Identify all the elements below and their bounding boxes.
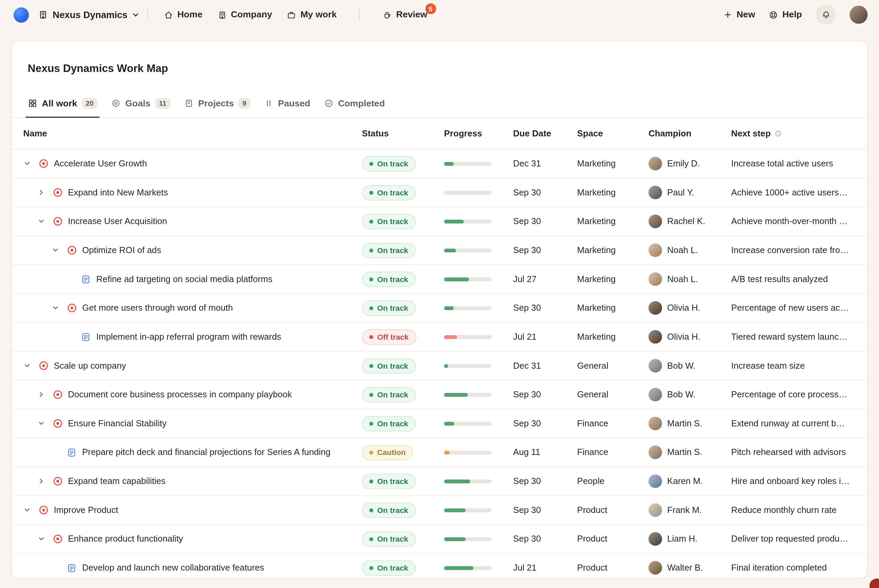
tab-all-work[interactable]: All work 20 [21,90,104,117]
due-date: Sep 30 [513,217,577,227]
chevron-icon[interactable] [38,477,52,485]
progress-fill [444,364,448,368]
table-row[interactable]: Expand team capabilities On track Sep 30… [12,467,867,496]
nav-company[interactable]: Company [217,9,272,20]
app-logo[interactable] [14,7,29,22]
table-row[interactable]: Optimize ROI of ads On track Sep 30 Mark… [12,236,867,266]
champion-name: Martin S. [667,418,702,429]
row-name[interactable]: Improve Product [54,504,119,516]
chevron-down-icon [132,11,140,18]
help-button[interactable]: Help [769,9,802,20]
progress-fill [444,537,466,541]
row-name-cell: Scale up company [12,352,362,380]
goal-icon [52,216,63,227]
row-name[interactable]: Accelerate User Growth [54,158,147,170]
row-name-cell: Refine ad targeting on social media plat… [12,266,362,294]
tab-label: Paused [278,99,310,109]
progress-bar [444,277,491,281]
row-name[interactable]: Enhance product functionality [68,533,183,545]
progress-bar [444,450,491,454]
workspace-switcher[interactable]: Nexus Dynamics [38,9,139,20]
chevron-icon[interactable] [23,160,38,168]
row-name[interactable]: Scale up company [54,360,126,372]
status-cell: Off track [362,330,444,345]
table-row[interactable]: Ensure Financial Stability On track Sep … [12,410,867,439]
table-row[interactable]: Implement in-app referral program with r… [12,323,867,352]
due-date: Sep 30 [513,418,577,429]
briefcase-icon [287,10,296,20]
chevron-icon[interactable] [38,391,52,399]
nav-home[interactable]: Home [164,9,203,20]
space-label: Product [577,563,648,573]
table-row[interactable]: Increase User Acquisition On track Sep 3… [12,207,867,236]
chevron-icon[interactable] [38,218,52,225]
table-row[interactable]: Get more users through word of mouth On … [12,294,867,323]
chevron-icon[interactable] [23,507,38,514]
champion-cell: Martin S. [648,446,731,459]
row-name[interactable]: Get more users through word of mouth [82,302,233,314]
table-row[interactable]: Refine ad targeting on social media plat… [12,266,867,294]
nav-my-work-label: My work [300,9,337,20]
chevron-icon[interactable] [38,189,52,196]
table-row[interactable]: Prepare pitch deck and financial project… [12,438,867,467]
chevron-icon[interactable] [51,304,66,312]
tab-projects[interactable]: Projects 9 [177,90,257,117]
new-button[interactable]: New [723,9,755,20]
space-label: Finance [577,418,648,429]
champion-cell: Olivia H. [648,302,731,315]
tab-completed[interactable]: Completed [317,90,392,117]
goal-icon [52,187,63,198]
space-label: People [577,477,648,487]
next-step: Increase team size [731,361,867,371]
row-name[interactable]: Prepare pitch deck and financial project… [82,447,331,459]
info-icon[interactable] [774,130,782,138]
progress-fill [444,220,464,224]
chevron-icon[interactable] [38,420,52,428]
row-name[interactable]: Implement in-app referral program with r… [96,331,281,343]
nav-review[interactable]: Review 5 [383,9,427,20]
champion-name: Olivia H. [667,303,700,314]
row-name[interactable]: Expand into New Markets [68,187,168,199]
table-row[interactable]: Document core business processes in comp… [12,381,867,410]
status-cell: On track [362,416,444,432]
app-window: Nexus Dynamics Home Company [0,0,879,588]
row-name[interactable]: Develop and launch new collaborative fea… [82,562,264,574]
tab-paused[interactable]: Paused [257,90,317,117]
next-step: Percentage of new users ac… [731,303,867,314]
status-cell: On track [362,531,444,547]
due-date: Sep 30 [513,245,577,255]
table-row[interactable]: Develop and launch new collaborative fea… [12,554,867,579]
progress-fill [444,393,468,397]
table-row[interactable]: Scale up company On track Dec 31 General… [12,352,867,381]
row-name[interactable]: Optimize ROI of ads [82,244,161,256]
notifications-button[interactable] [816,4,836,25]
row-name[interactable]: Increase User Acquisition [68,216,167,228]
space-label: Marketing [577,217,648,227]
row-name[interactable]: Ensure Financial Stability [68,418,167,430]
avatar [648,330,662,344]
status-dot-icon [369,422,373,426]
chevron-icon[interactable] [23,362,38,370]
status-dot-icon [369,277,373,281]
chevron-icon[interactable] [51,247,66,254]
due-date: Jul 27 [513,274,577,285]
table-row[interactable]: Enhance product functionality On track S… [12,525,867,554]
due-date: Dec 31 [513,159,577,169]
row-type-icon [81,274,96,285]
table-row[interactable]: Accelerate User Growth On track Dec 31 M… [12,150,867,179]
row-name[interactable]: Expand team capabilities [68,476,165,488]
champion-cell: Emily D. [648,157,731,171]
row-name[interactable]: Document core business processes in comp… [68,389,292,401]
tab-goals[interactable]: Goals 11 [104,90,177,117]
table-row[interactable]: Improve Product On track Sep 30 Product … [12,496,867,525]
nav-my-work[interactable]: My work [287,9,337,20]
user-avatar[interactable] [850,6,868,24]
avatar [648,186,662,200]
avatar [648,243,662,257]
table-row[interactable]: Expand into New Markets On track Sep 30 … [12,179,867,208]
due-date: Jul 21 [513,332,577,342]
progress-fill [444,249,456,253]
chevron-icon[interactable] [38,535,52,543]
row-name[interactable]: Refine ad targeting on social media plat… [96,273,272,285]
progress-bar [444,537,491,541]
